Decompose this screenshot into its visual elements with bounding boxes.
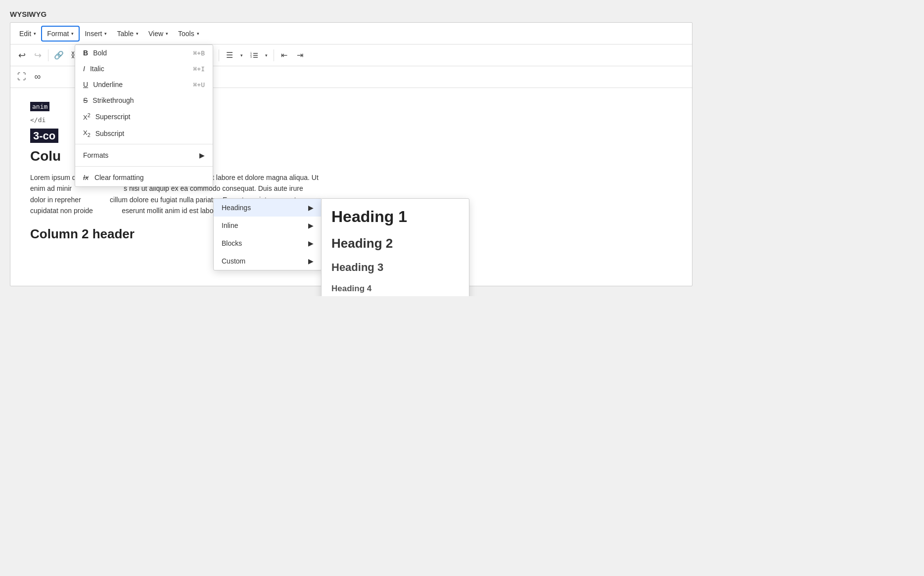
undo-button[interactable]: ↩	[14, 48, 29, 63]
link-button[interactable]: 🔗	[51, 48, 66, 63]
heading-4-label: Heading 4	[331, 284, 371, 293]
formats-label: Formats	[83, 151, 108, 159]
headings-submenu: Heading 1 Heading 2 Heading 3 Heading 4 …	[321, 198, 469, 296]
format-underline[interactable]: U Underline ⌘+U	[75, 77, 213, 92]
underline-shortcut: ⌘+U	[193, 81, 205, 89]
submenu-inline[interactable]: Inline ▶	[214, 217, 322, 234]
menu-tools[interactable]: Tools ▾	[173, 27, 204, 41]
menu-view[interactable]: View ▾	[143, 27, 173, 41]
inline-arrow-icon: ▶	[308, 222, 314, 229]
heading-3-item[interactable]: Heading 3	[322, 256, 469, 279]
format-bold[interactable]: B Bold ⌘+B	[75, 45, 213, 61]
special-button[interactable]: ∞	[30, 70, 45, 85]
format-strikethrough[interactable]: S Strikethrough	[75, 92, 213, 108]
heading-1-item[interactable]: Heading 1	[322, 203, 469, 231]
redo-button[interactable]: ↪	[30, 48, 45, 63]
ul-button[interactable]: ☰	[222, 48, 237, 63]
subscript-label: Subscript	[95, 130, 124, 137]
app-title: WYSIWYG	[10, 10, 914, 18]
ol-dropdown[interactable]: ▾	[263, 48, 271, 63]
format-superscript[interactable]: X2 Superscript	[75, 108, 213, 125]
italic-icon: I	[83, 65, 85, 73]
ol-button[interactable]: 1. 2. 3.	[247, 48, 262, 63]
superscript-icon: X2	[83, 112, 91, 121]
submenu-headings[interactable]: Headings ▶	[214, 199, 322, 217]
format-clear[interactable]: Ix Clear formatting	[75, 169, 213, 186]
editor-container: Edit ▾ Format ▾ Insert ▾ Table ▾ View ▾ …	[10, 22, 693, 286]
superscript-label: Superscript	[95, 113, 131, 121]
menu-format[interactable]: Format ▾	[41, 26, 80, 42]
outdent-button[interactable]: ⇤	[277, 48, 292, 63]
italic-label: Italic	[90, 65, 104, 73]
strikethrough-icon: S	[83, 96, 88, 104]
format-subscript[interactable]: X2 Subscript	[75, 125, 213, 142]
ul-dropdown[interactable]: ▾	[238, 48, 246, 63]
heading-3-label: Heading 3	[331, 261, 383, 273]
format-italic[interactable]: I Italic ⌘+I	[75, 61, 213, 77]
format-formats[interactable]: Formats ▶	[75, 146, 213, 164]
clear-formatting-label: Clear formatting	[94, 174, 144, 181]
submenu-custom[interactable]: Custom ▶	[214, 252, 322, 270]
bold-icon: B	[83, 49, 88, 57]
toolbar-sep-6	[274, 49, 274, 61]
blocks-arrow-icon: ▶	[308, 239, 314, 247]
underline-label: Underline	[93, 81, 123, 89]
format-dropdown-menu: B Bold ⌘+B I Italic ⌘+I U Underline ⌘	[75, 44, 213, 187]
toolbar-sep-5	[219, 49, 219, 61]
heading-4-item[interactable]: Heading 4	[322, 279, 469, 296]
menubar: Edit ▾ Format ▾ Insert ▾ Table ▾ View ▾ …	[10, 23, 692, 44]
custom-label: Custom	[222, 257, 245, 265]
custom-arrow-icon: ▶	[308, 257, 314, 265]
italic-shortcut: ⌘+I	[193, 65, 205, 73]
formats-submenu: Headings ▶ Inline ▶ Blocks ▶ Custom ▶	[213, 198, 322, 270]
headings-label: Headings	[222, 204, 251, 212]
blocks-label: Blocks	[222, 239, 242, 247]
toolbar-sep-1	[48, 49, 48, 61]
menu-insert[interactable]: Insert ▾	[80, 27, 112, 41]
fullscreen-button[interactable]: ⛶	[14, 70, 29, 85]
underline-icon: U	[83, 81, 88, 89]
headings-arrow-icon: ▶	[308, 204, 314, 212]
formats-arrow-icon: ▶	[199, 151, 205, 159]
heading-1-label: Heading 1	[331, 208, 407, 225]
indent-button[interactable]: ⇥	[293, 48, 308, 63]
svg-text:3.: 3.	[250, 55, 252, 58]
menu-edit[interactable]: Edit ▾	[14, 27, 41, 41]
inline-label: Inline	[222, 222, 238, 229]
menu-table[interactable]: Table ▾	[112, 27, 143, 41]
heading-2-item[interactable]: Heading 2	[322, 231, 469, 256]
strikethrough-label: Strikethrough	[92, 96, 134, 104]
heading-2-label: Heading 2	[331, 236, 393, 251]
bold-label: Bold	[93, 49, 107, 57]
clear-format-icon: Ix	[83, 174, 89, 181]
bold-shortcut: ⌘+B	[193, 49, 205, 57]
dropdown-separator-2	[75, 166, 213, 167]
dropdown-separator-1	[75, 144, 213, 144]
submenu-blocks[interactable]: Blocks ▶	[214, 234, 322, 252]
subscript-icon: X2	[83, 129, 91, 138]
